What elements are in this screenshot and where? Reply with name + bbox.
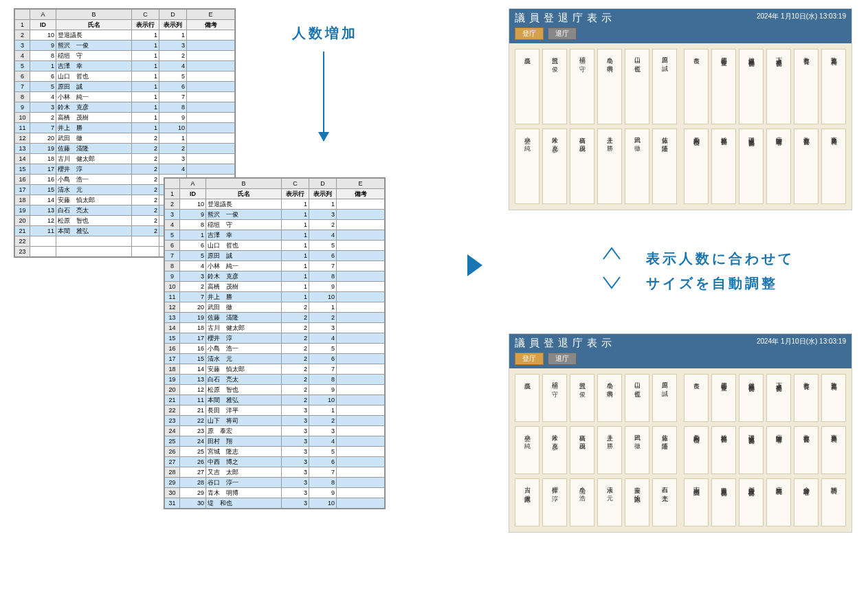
- cell-name[interactable]: 清水 元: [206, 354, 282, 364]
- cell-row[interactable]: 1: [282, 271, 309, 282]
- cell-name[interactable]: 原 泰宏: [206, 426, 282, 436]
- row-number[interactable]: 5: [15, 61, 30, 71]
- cell-id[interactable]: 7: [180, 292, 206, 302]
- cell-row[interactable]: 2: [132, 133, 159, 144]
- cell-id[interactable]: 7: [30, 123, 56, 133]
- cell-row[interactable]: 1: [132, 41, 159, 51]
- cell-row[interactable]: 2: [282, 302, 309, 313]
- table-row[interactable]: 210登退議長11: [165, 199, 385, 210]
- cell-col[interactable]: 8: [309, 375, 337, 385]
- cell-remark[interactable]: [187, 164, 235, 175]
- cell-id[interactable]: 27: [180, 467, 206, 478]
- cell-id[interactable]: 12: [30, 216, 56, 226]
- cell-remark[interactable]: [337, 354, 385, 364]
- cell-remark[interactable]: [187, 92, 235, 102]
- row-number[interactable]: 12: [15, 133, 30, 144]
- table-row[interactable]: 93鈴木 克彦18: [165, 271, 385, 282]
- cell-name[interactable]: 長田 洋平: [206, 405, 282, 416]
- table-row[interactable]: 3130堤 和也310: [165, 498, 385, 509]
- cell-name[interactable]: 吉澤 幸: [56, 61, 132, 71]
- cell-id[interactable]: 2: [180, 282, 206, 292]
- row-number[interactable]: 12: [165, 302, 180, 313]
- cell-id[interactable]: 24: [180, 436, 206, 447]
- cell-row[interactable]: 2: [282, 395, 309, 405]
- cell-col[interactable]: 10: [309, 292, 337, 302]
- col-header[interactable]: E: [337, 179, 385, 189]
- cell-col[interactable]: 6: [309, 251, 337, 261]
- col-header[interactable]: A: [180, 179, 206, 189]
- cell-name[interactable]: 本間 雅弘: [206, 395, 282, 405]
- cell-id[interactable]: 18: [180, 323, 206, 333]
- row-number[interactable]: 17: [165, 354, 180, 364]
- row-number[interactable]: 24: [165, 426, 180, 436]
- cell-remark[interactable]: [337, 333, 385, 344]
- table-row[interactable]: 2423原 泰宏33: [165, 426, 385, 436]
- row-number[interactable]: 20: [15, 216, 30, 226]
- cell-id[interactable]: 11: [180, 395, 206, 405]
- cell-row[interactable]: 1: [282, 199, 309, 210]
- col-header[interactable]: B: [206, 179, 282, 189]
- cell-id[interactable]: 23: [180, 426, 206, 436]
- cell-id[interactable]: 13: [180, 375, 206, 385]
- cell-name[interactable]: [56, 236, 132, 247]
- table-row[interactable]: 39熊沢 一俊13: [165, 210, 385, 220]
- table-row[interactable]: 2928谷口 淳一38: [165, 478, 385, 488]
- table-row[interactable]: 117井上 勝110: [165, 292, 385, 302]
- row-number[interactable]: 2: [15, 30, 30, 41]
- cell-col[interactable]: 3: [309, 323, 337, 333]
- cell-id[interactable]: 13: [30, 205, 56, 216]
- cell-row[interactable]: 3: [282, 405, 309, 416]
- cell-id[interactable]: 4: [180, 261, 206, 271]
- table-row[interactable]: 102高橋 茂樹19: [165, 282, 385, 292]
- cell-name[interactable]: 白石 亮太: [206, 375, 282, 385]
- row-number[interactable]: 9: [15, 102, 30, 113]
- table-row[interactable]: 66山口 哲也15: [165, 241, 385, 251]
- row-number[interactable]: 28: [165, 467, 180, 478]
- col-header[interactable]: E: [187, 10, 235, 20]
- row-number[interactable]: 6: [165, 241, 180, 251]
- cell-remark[interactable]: [337, 251, 385, 261]
- cell-row[interactable]: 2: [132, 175, 159, 185]
- table-row[interactable]: 1517櫻井 淳24: [15, 164, 235, 175]
- cell-remark[interactable]: [187, 51, 235, 61]
- table-row[interactable]: 51吉澤 幸14: [15, 61, 235, 71]
- cell-col[interactable]: 6: [309, 354, 337, 364]
- cell-name[interactable]: 古川 健太郎: [56, 154, 132, 164]
- cell-id[interactable]: 14: [180, 364, 206, 375]
- row-number[interactable]: 17: [15, 185, 30, 195]
- cell-name[interactable]: 古川 健太郎: [206, 323, 282, 333]
- cell-row[interactable]: 2: [282, 354, 309, 364]
- cell-remark[interactable]: [337, 385, 385, 395]
- cell-row[interactable]: [132, 247, 159, 257]
- cell-id[interactable]: 12: [180, 385, 206, 395]
- cell-col[interactable]: 1: [159, 30, 187, 41]
- cell-row[interactable]: 3: [282, 467, 309, 478]
- row-number[interactable]: 10: [15, 113, 30, 123]
- cell-col[interactable]: 8: [309, 271, 337, 282]
- cell-row[interactable]: 1: [282, 220, 309, 230]
- cell-row[interactable]: 1: [132, 123, 159, 133]
- row-number[interactable]: 19: [165, 375, 180, 385]
- col-header[interactable]: C: [132, 10, 159, 20]
- cell-id[interactable]: 16: [180, 344, 206, 354]
- cell-id[interactable]: 3: [180, 271, 206, 282]
- table-row[interactable]: 75原田 誠16: [15, 82, 235, 92]
- row-number[interactable]: 23: [15, 247, 30, 257]
- cell-col[interactable]: 3: [159, 41, 187, 51]
- cell-row[interactable]: 1: [132, 113, 159, 123]
- cell-id[interactable]: 26: [180, 457, 206, 467]
- row-number[interactable]: 13: [15, 144, 30, 154]
- cell-col[interactable]: 4: [309, 230, 337, 241]
- cell-col[interactable]: 2: [159, 144, 187, 154]
- cell-row[interactable]: 2: [282, 344, 309, 354]
- cell-col[interactable]: 9: [309, 488, 337, 498]
- table-row[interactable]: 48稲垣 守12: [15, 51, 235, 61]
- cell-row[interactable]: 3: [282, 447, 309, 457]
- cell-id[interactable]: 22: [180, 416, 206, 426]
- cell-id[interactable]: 16: [30, 175, 56, 185]
- cell-id[interactable]: [30, 236, 56, 247]
- cell-id[interactable]: 9: [180, 210, 206, 220]
- table-row[interactable]: 3029青木 明博39: [165, 488, 385, 498]
- table-row[interactable]: 2111本間 雅弘210: [165, 395, 385, 405]
- cell-remark[interactable]: [187, 133, 235, 144]
